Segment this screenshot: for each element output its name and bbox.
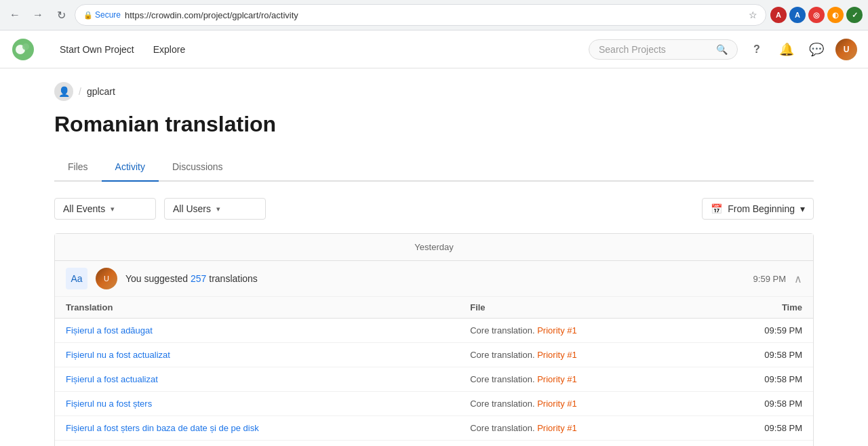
explore-link[interactable]: Explore [145,39,193,60]
aa-icon: Aa [71,273,82,284]
calendar-icon: 📅 [711,203,722,214]
activity-group-header: Aa U You suggested 257 translations 9:59… [55,261,813,297]
svg-point-2 [22,43,29,50]
translation-link[interactable]: Fișierul nu a fost șters [66,399,152,409]
translation-cell: Fișierul a fost adăugat [55,319,459,343]
search-icon: 🔍 [716,44,728,55]
translation-link[interactable]: Fișierul a fost adăugat [66,325,153,336]
logo[interactable] [11,37,35,62]
breadcrumb-project-link[interactable]: gplcart [87,86,115,97]
file-cell: Core translation. Priority #1 [459,392,701,416]
bookmark-icon[interactable]: ☆ [749,9,757,20]
table-row: Fișierul nu a fost actualizat Core trans… [55,343,813,367]
events-filter-label: All Events [63,203,105,214]
ext-icon-3[interactable]: ◎ [808,7,825,23]
page-title: Romanian translation [54,112,814,137]
extension-icons: A A ◎ ◐ ✓ [770,7,863,23]
address-bar[interactable]: 🔒 Secure https://crowdin.com/project/gpl… [75,4,766,26]
tab-activity[interactable]: Activity [102,153,159,182]
activity-container: Yesterday Aa U You suggested 257 transla… [54,233,814,446]
priority-link[interactable]: Priority #1 [537,423,577,433]
file-cell: Core translation. Priority #1 [459,319,701,343]
chat-icon: 💬 [809,42,824,57]
users-filter[interactable]: All Users ▾ [164,198,266,220]
page-content: 👤 / gplcart Romanian translation Files A… [0,68,868,446]
priority-link[interactable]: Priority #1 [537,325,577,336]
translation-cell: Fișierul nu a fost șters [55,392,459,416]
file-cell: Core translation. Priority #1 [459,343,701,367]
table-row: Fișierul nu a fost șters Core translatio… [55,392,813,416]
help-button[interactable]: ? [746,39,768,60]
app-nav: Start Own Project Explore 🔍 ? 🔔 💬 U [0,31,868,68]
activity-desc-prefix: You suggested [125,273,191,284]
bell-icon: 🔔 [779,42,794,57]
events-filter-arrow: ▾ [111,205,115,214]
browser-chrome: ← → ↻ 🔒 Secure https://crowdin.com/proje… [0,0,868,31]
activity-table-header-row: Translation File Time [55,297,813,319]
activity-table: Translation File Time Fișierul a fost ad… [55,297,813,446]
activity-group-time: 9:59 PM [753,274,786,284]
priority-link[interactable]: Priority #1 [537,350,577,360]
messages-button[interactable]: 💬 [806,39,827,60]
time-cell: 09:59 PM [701,319,813,343]
refresh-button[interactable]: ↻ [52,5,71,24]
ext-icon-4[interactable]: ◐ [827,7,844,23]
collapse-button[interactable]: ∧ [794,272,802,285]
date-filter-arrow: ▾ [800,203,805,214]
tab-files[interactable]: Files [54,153,102,182]
activity-desc-suffix: translations [206,273,257,284]
activity-description: You suggested 257 translations [125,273,745,284]
search-box[interactable]: 🔍 [589,39,738,60]
table-row: Valoarea câmpului nu a fost adăugată Cor… [55,441,813,447]
search-input[interactable] [599,44,711,55]
users-filter-label: All Users [173,203,211,214]
translation-link[interactable]: Fișierul nu a fost actualizat [66,350,170,360]
time-cell: 09:58 PM [701,392,813,416]
priority-link[interactable]: Priority #1 [537,374,577,384]
activity-user-avatar: U [96,268,117,289]
tabs: Files Activity Discussions [54,153,814,182]
translation-cell: Fișierul nu a fost actualizat [55,343,459,367]
ext-icon-2[interactable]: A [789,7,806,23]
translation-cell: Fișierul a fost șters din baza de date ș… [55,416,459,441]
activity-user-avatar-inner: U [96,268,117,289]
events-filter[interactable]: All Events ▾ [54,198,156,220]
tab-discussions[interactable]: Discussions [159,153,237,182]
priority-link[interactable]: Priority #1 [537,399,577,409]
time-cell: 09:58 PM [701,343,813,367]
breadcrumb-separator: / [79,86,81,97]
table-row: Fișierul a fost actualizat Core translat… [55,367,813,392]
table-row: Fișierul a fost adăugat Core translation… [55,319,813,343]
notifications-button[interactable]: 🔔 [776,39,797,60]
time-cell: 09:58 PM [701,416,813,441]
forward-button[interactable]: → [28,5,47,24]
translation-link[interactable]: Fișierul a fost actualizat [66,374,158,384]
back-button[interactable]: ← [5,5,24,24]
translation-link[interactable]: Fișierul a fost șters din baza de date ș… [66,423,259,433]
users-filter-arrow: ▾ [216,205,220,214]
file-cell: Core translation. Priority #1 [459,441,701,447]
table-row: Fișierul a fost șters din baza de date ș… [55,416,813,441]
avatar-image: U [835,39,857,60]
start-own-project-link[interactable]: Start Own Project [52,39,142,60]
ext-icon-1[interactable]: A [770,7,787,23]
activity-table-body: Fișierul a fost adăugat Core translation… [55,319,813,447]
avatar[interactable]: U [835,39,857,60]
secure-label: Secure [95,10,121,20]
help-icon: ? [753,43,760,56]
date-filter[interactable]: 📅 From Beginning ▾ [702,198,814,220]
breadcrumb: 👤 / gplcart [54,82,814,101]
translation-icon: Aa [66,268,87,289]
col-file: File [459,297,701,319]
lock-icon: 🔒 [83,11,93,20]
breadcrumb-user-icon: 👤 [54,82,73,101]
ext-icon-5[interactable]: ✓ [846,7,863,23]
nav-links: Start Own Project Explore [52,39,193,60]
secure-badge: 🔒 Secure [83,10,121,20]
activity-table-header: Translation File Time [55,297,813,319]
nav-right: 🔍 ? 🔔 💬 U [589,39,857,60]
col-time: Time [701,297,813,319]
date-separator: Yesterday [55,234,813,261]
filters: All Events ▾ All Users ▾ 📅 From Beginnin… [54,198,814,220]
time-cell: 09:58 PM [701,367,813,392]
